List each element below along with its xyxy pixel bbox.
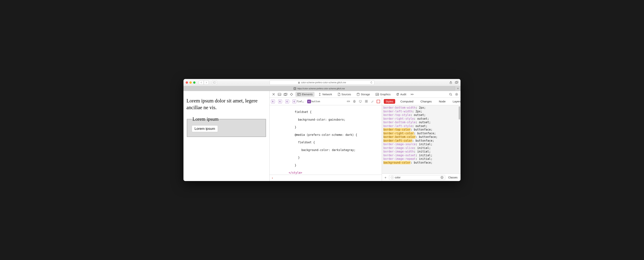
svg-rect-45: [366, 101, 368, 102]
dom-breadcrumb: E 〉 E 〉 E 〉 Efiel… 〉 Ebutton: [270, 98, 382, 105]
browser-tab[interactable]: C https://color-scheme-prefers-color-sch…: [184, 86, 455, 91]
sources-icon: [338, 93, 340, 96]
style-property-row[interactable]: border-image-slice: initial;: [384, 146, 459, 150]
style-property-name: border-image-repeat: [384, 157, 416, 161]
paint-icon[interactable]: [370, 100, 374, 103]
style-property-name: border-image-width: [384, 150, 414, 153]
tab-network-label: Network: [322, 93, 332, 96]
address-bar[interactable]: color-scheme-prefers-color-scheme.glitch…: [270, 80, 374, 85]
network-icon: [318, 93, 321, 96]
styles-tab-changes[interactable]: Changes: [418, 99, 434, 104]
style-property-row[interactable]: border-left-style: outset;: [384, 124, 459, 128]
styles-filter-input[interactable]: ≡ color ✕: [389, 175, 445, 180]
styles-tab-styles[interactable]: Styles: [384, 99, 395, 104]
inspector-toolbar: Elements Network Sources Storage Graphic…: [270, 91, 460, 98]
styles-tab-node[interactable]: Node: [437, 99, 448, 104]
search-icon[interactable]: [448, 93, 453, 96]
add-rule-button[interactable]: ＋: [384, 175, 388, 180]
close-inspector-icon[interactable]: [272, 93, 276, 96]
overflow-icon[interactable]: [410, 93, 414, 95]
styles-list[interactable]: border-bottom-width: 2px;border-left-wid…: [382, 105, 460, 174]
console-prompt-row[interactable]: ›: [270, 175, 382, 181]
style-property-name: border-bottom-width: [384, 106, 416, 109]
style-property-name: background-color: [384, 161, 410, 164]
zoom-window[interactable]: [193, 81, 196, 84]
element-chip: E: [278, 100, 282, 103]
target-icon[interactable]: [290, 93, 294, 96]
style-property-value: outset: [414, 113, 424, 117]
style-property-row[interactable]: border-bottom-style: outset;: [384, 121, 459, 124]
settings-icon[interactable]: [454, 93, 459, 96]
style-property-row[interactable]: border-bottom-color: buttonface;: [384, 135, 459, 139]
style-property-name: border-bottom-color: [384, 135, 416, 139]
style-property-row[interactable]: border-image-width: initial;: [384, 150, 459, 154]
dom-tree[interactable]: fieldset { background-color: gainsboro; …: [270, 105, 382, 175]
print-icon[interactable]: [352, 100, 356, 103]
svg-rect-0: [214, 82, 216, 83]
close-window[interactable]: [186, 81, 188, 84]
bc-item[interactable]: E: [285, 100, 289, 103]
classes-button[interactable]: Classes: [447, 175, 459, 180]
toolbar-icons: [449, 81, 458, 84]
style-property-row[interactable]: border-left-width: 2px;: [384, 110, 459, 113]
styles-tab-layers[interactable]: Layers: [451, 99, 460, 104]
tab-audit-label: Audit: [400, 93, 406, 96]
tab-bar: C https://color-scheme-prefers-color-sch…: [184, 86, 460, 91]
tab-sources[interactable]: Sources: [336, 92, 353, 97]
sidebar-toggle[interactable]: [212, 80, 217, 85]
style-property-name: border-left-color: [384, 139, 412, 142]
bc-item[interactable]: E: [278, 100, 282, 103]
audit-icon: [396, 93, 399, 96]
style-property-row[interactable]: border-right-style: outset;: [384, 117, 459, 121]
tab-audit[interactable]: Audit: [394, 92, 408, 97]
styles-tab-computed[interactable]: Computed: [398, 99, 415, 104]
style-property-row[interactable]: border-top-color: buttonface;: [384, 128, 459, 132]
titlebar: color-scheme-prefers-color-scheme.glitch…: [184, 79, 460, 86]
page-legend: Lorem ipsum: [192, 116, 219, 122]
forward-button[interactable]: [204, 80, 209, 85]
style-property-value: outset: [419, 121, 429, 124]
tab-graphics[interactable]: Graphics: [374, 92, 392, 97]
back-button[interactable]: [199, 80, 204, 85]
style-property-name: border-left-style: [384, 124, 412, 128]
page-paragraph: Lorem ipsum dolor sit amet, legere ancil…: [186, 97, 266, 111]
bc-item[interactable]: Efiel…: [292, 100, 304, 103]
style-property-name: border-right-style: [384, 117, 414, 120]
style-property-row[interactable]: background-color: buttonface;: [384, 161, 459, 165]
style-property-row[interactable]: border-bottom-width: 2px;: [384, 106, 459, 110]
tab-network[interactable]: Network: [316, 92, 334, 97]
new-tab-button[interactable]: ＋: [455, 86, 460, 90]
style-property-value: buttonface: [417, 132, 434, 135]
traffic-lights: [186, 81, 196, 84]
tab-sources-label: Sources: [342, 93, 351, 96]
style-property-row[interactable]: border-right-color: buttonface;: [384, 132, 459, 136]
web-inspector: Elements Network Sources Storage Graphic…: [270, 91, 460, 181]
tab-elements[interactable]: Elements: [296, 92, 314, 97]
clear-filter-icon[interactable]: ✕: [440, 176, 444, 179]
tab-storage[interactable]: Storage: [355, 92, 372, 97]
dock-bottom-icon[interactable]: [278, 93, 282, 96]
bc-item[interactable]: E: [271, 100, 275, 103]
dock-side-icon[interactable]: [284, 93, 288, 96]
ruler-icon[interactable]: [346, 100, 350, 103]
panel-toggle-icon[interactable]: [376, 100, 380, 103]
rendered-page: Lorem ipsum dolor sit amet, legere ancil…: [184, 91, 270, 181]
grid-icon[interactable]: [364, 100, 368, 103]
style-property-row[interactable]: border-left-color: buttonface;: [384, 139, 459, 143]
device-icon[interactable]: [358, 100, 362, 103]
page-button[interactable]: Lorem ipsum: [192, 125, 218, 132]
style-property-row[interactable]: border-image-repeat: initial;: [384, 157, 459, 161]
share-icon[interactable]: [449, 81, 452, 84]
filter-value: color: [395, 176, 400, 179]
style-property-row[interactable]: border-top-style: outset;: [384, 113, 459, 117]
tabs-icon[interactable]: [455, 81, 458, 84]
scrollbar-thumb[interactable]: [459, 106, 460, 119]
reload-icon[interactable]: [370, 81, 373, 84]
svg-rect-6: [278, 93, 281, 95]
style-property-value: buttonface: [414, 161, 431, 164]
style-property-row[interactable]: border-image-outset: initial;: [384, 154, 459, 157]
bc-item-selected[interactable]: Ebutton: [307, 100, 320, 103]
svg-rect-43: [366, 100, 368, 101]
minimize-window[interactable]: [190, 81, 192, 84]
style-property-row[interactable]: border-image-source: initial;: [384, 143, 459, 146]
